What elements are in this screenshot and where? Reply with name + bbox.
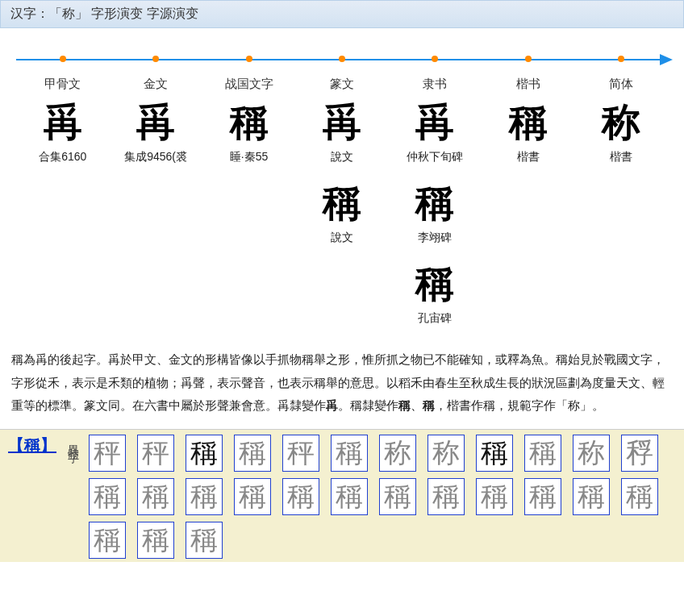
variant-box[interactable]: 稱 bbox=[234, 435, 271, 472]
variant-box[interactable]: 稱 bbox=[524, 435, 561, 472]
desc-text: ，楷書作稱，規範字作「称」。 bbox=[435, 398, 604, 412]
variant-box[interactable]: 秤 bbox=[137, 435, 174, 472]
column-header: 篆文 bbox=[295, 77, 388, 92]
variant-box[interactable]: 稱 bbox=[186, 522, 223, 559]
column-header: 甲骨文 bbox=[16, 77, 109, 92]
variant-box[interactable]: 稱 bbox=[137, 522, 174, 559]
glyph-caption: 合集6160 bbox=[16, 150, 109, 164]
variant-box[interactable]: 稱 bbox=[476, 435, 513, 472]
variant-box[interactable]: 稱 bbox=[524, 478, 561, 515]
glyph-caption: 楷書 bbox=[575, 150, 668, 164]
timeline-dot-icon bbox=[109, 56, 202, 62]
timeline-dot-icon bbox=[389, 56, 482, 62]
evolution-cell: 稱睡·秦55 bbox=[202, 98, 295, 176]
page-title: 汉字：「称」 字形演变 字源演变 bbox=[10, 6, 198, 20]
column-header: 战国文字 bbox=[202, 77, 295, 92]
evolution-cell: 稱楷書 bbox=[482, 98, 574, 176]
glyph-image: 稱 bbox=[415, 179, 454, 227]
variant-box[interactable]: 稱 bbox=[186, 435, 223, 472]
variant-grid: 秤秤稱稱秤稱称称稱稱称稃稱稱稱稱稱稱稱稱稱稱稱稱稱稱稱 bbox=[89, 433, 678, 559]
evolution-grid: 爯合集6160爯集成9456(裘稱睡·秦55爯說文爯仲秋下旬碑稱楷書称楷書稱說文… bbox=[0, 98, 684, 337]
column-header: 隶书 bbox=[389, 77, 482, 92]
variant-box[interactable]: 稱 bbox=[573, 478, 610, 515]
variant-box[interactable]: 稱 bbox=[186, 478, 223, 515]
glyph-caption: 說文 bbox=[295, 150, 388, 164]
glyph-caption: 睡·秦55 bbox=[202, 150, 295, 164]
evolution-row: 稱孔宙碑 bbox=[16, 260, 668, 337]
evolution-cell: 爯集成9456(裘 bbox=[109, 98, 202, 176]
desc-text: 。稱隸變作 bbox=[338, 398, 398, 412]
glyph-caption: 仲秋下旬碑 bbox=[389, 150, 482, 164]
timeline-dots bbox=[16, 56, 668, 62]
column-header: 楷书 bbox=[482, 77, 574, 92]
variant-box[interactable]: 稃 bbox=[621, 435, 658, 472]
glyph-image: 爯 bbox=[415, 98, 454, 147]
variant-box[interactable]: 称 bbox=[573, 435, 610, 472]
evolution-cell: 爯合集6160 bbox=[16, 98, 109, 176]
page-header: 汉字：「称」 字形演变 字源演变 bbox=[0, 0, 684, 28]
column-header: 金文 bbox=[109, 77, 202, 92]
variants-label: 異體字 bbox=[58, 433, 89, 559]
variant-box[interactable]: 称 bbox=[379, 435, 416, 472]
variant-box[interactable]: 称 bbox=[428, 435, 465, 472]
timeline-dot-icon bbox=[482, 56, 574, 62]
variant-box[interactable]: 稱 bbox=[234, 478, 271, 515]
glyph-image: 爯 bbox=[44, 98, 82, 147]
evolution-cell: 爯說文 bbox=[295, 98, 388, 176]
evolution-cell: 稱說文 bbox=[295, 179, 388, 256]
glyph-image: 稱 bbox=[230, 98, 269, 147]
timeline-dot-icon bbox=[16, 56, 109, 62]
variant-box[interactable]: 稱 bbox=[89, 478, 126, 515]
timeline bbox=[16, 38, 668, 70]
evolution-cell: 称楷書 bbox=[575, 98, 668, 176]
glyph-image: 称 bbox=[602, 98, 640, 147]
glyph-image: 稱 bbox=[323, 179, 361, 227]
column-header: 简体 bbox=[575, 77, 668, 92]
timeline-dot-icon bbox=[202, 56, 295, 62]
glyph-image: 爯 bbox=[136, 98, 175, 147]
glyph-image: 稱 bbox=[415, 260, 454, 308]
inline-glyph-3: 稱 bbox=[423, 399, 435, 412]
variants-panel: 【稱】 異體字 秤秤稱稱秤稱称称稱稱称稃稱稱稱稱稱稱稱稱稱稱稱稱稱稱稱 bbox=[0, 429, 684, 562]
etymology-description: 稱為爯的後起字。爯於甲文、金文的形構皆像以手抓物稱舉之形，惟所抓之物已不能確知，… bbox=[11, 348, 673, 418]
evolution-row: 爯合集6160爯集成9456(裘稱睡·秦55爯說文爯仲秋下旬碑稱楷書称楷書 bbox=[16, 98, 668, 176]
glyph-caption: 集成9456(裘 bbox=[109, 150, 202, 164]
evolution-cell: 稱孔宙碑 bbox=[389, 260, 482, 337]
variant-box[interactable]: 稱 bbox=[621, 478, 658, 515]
timeline-dot-icon bbox=[295, 56, 388, 62]
column-headers: 甲骨文金文战国文字篆文隶书楷书简体 bbox=[16, 77, 668, 92]
variant-box[interactable]: 稱 bbox=[331, 478, 368, 515]
variant-box[interactable]: 稱 bbox=[89, 522, 126, 559]
variant-box[interactable]: 稱 bbox=[282, 478, 319, 515]
variant-box[interactable]: 稱 bbox=[476, 478, 513, 515]
variant-box[interactable]: 稱 bbox=[428, 478, 465, 515]
variant-box[interactable]: 秤 bbox=[282, 435, 319, 472]
evolution-row: 稱說文稱李翊碑 bbox=[16, 179, 668, 256]
variant-box[interactable]: 秤 bbox=[89, 435, 126, 472]
glyph-image: 爯 bbox=[323, 98, 361, 147]
glyph-caption: 李翊碑 bbox=[389, 231, 482, 245]
desc-text: 、 bbox=[411, 398, 423, 412]
glyph-caption: 孔宙碑 bbox=[389, 311, 482, 326]
variant-box[interactable]: 稱 bbox=[331, 435, 368, 472]
inline-glyph-1: 爯 bbox=[326, 399, 338, 412]
timeline-dot-icon bbox=[575, 56, 668, 62]
glyph-caption: 說文 bbox=[295, 231, 388, 245]
inline-glyph-2: 稱 bbox=[398, 399, 411, 412]
glyph-caption: 楷書 bbox=[482, 150, 574, 164]
glyph-image: 稱 bbox=[509, 98, 548, 147]
variant-box[interactable]: 稱 bbox=[379, 478, 416, 515]
variants-headchar-link[interactable]: 【稱】 bbox=[6, 433, 58, 559]
evolution-cell: 爯仲秋下旬碑 bbox=[389, 98, 482, 176]
variant-box[interactable]: 稱 bbox=[137, 478, 174, 515]
evolution-cell: 稱李翊碑 bbox=[389, 179, 482, 256]
